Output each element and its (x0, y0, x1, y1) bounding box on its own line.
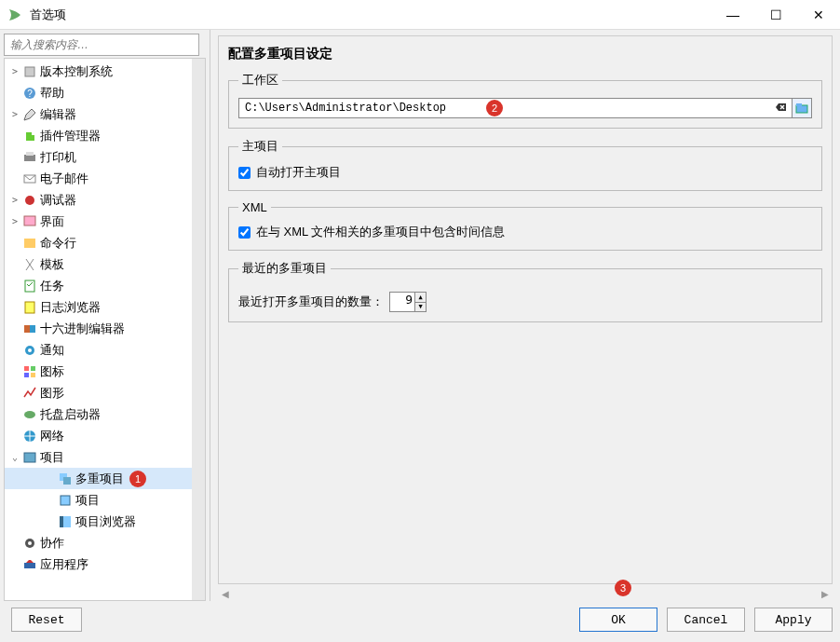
ok-button[interactable]: OK (579, 608, 657, 632)
log-icon (21, 300, 38, 315)
auto-open-main-input[interactable] (238, 167, 251, 179)
tree-item-label: 项目 (40, 449, 64, 466)
tree-item-8[interactable]: 命令行 (5, 232, 192, 253)
tree-item-11[interactable]: 日志浏览器 (5, 296, 192, 318)
annotation-badge-2: 2 (486, 100, 503, 116)
projbrowser-icon (57, 514, 74, 529)
svg-rect-23 (63, 477, 71, 485)
tree-item-1[interactable]: ?帮助 (5, 82, 192, 103)
xml-legend: XML (238, 200, 271, 214)
tree-item-3[interactable]: 插件管理器 (5, 125, 192, 146)
tree-item-21[interactable]: 项目浏览器 (5, 511, 192, 532)
workspace-path-input[interactable] (238, 98, 793, 118)
recent-count-label: 最近打开多重项目的数量： (238, 294, 384, 310)
svg-rect-30 (796, 105, 807, 113)
annotation-badge-3: 3 (615, 580, 631, 596)
project-icon (21, 450, 38, 465)
footer-bar: Reset OK Cancel Apply (0, 601, 840, 638)
tree-item-0[interactable]: >版本控制系统 (5, 61, 192, 82)
minimize-button[interactable]: — (711, 0, 754, 30)
spin-up-icon[interactable]: ▲ (414, 293, 426, 303)
graphics-icon (21, 386, 38, 401)
maximize-button[interactable]: ☐ (754, 0, 797, 30)
clear-path-icon[interactable] (773, 102, 790, 116)
apply-button[interactable]: Apply (754, 608, 833, 632)
tree-item-23[interactable]: 应用程序 (5, 553, 192, 575)
xml-time-checkbox[interactable]: 在与 XML 文件相关的多重项目中包含时间信息 (238, 224, 812, 240)
mult-icon (57, 471, 74, 486)
expand-icon[interactable]: > (8, 195, 21, 205)
tree-item-label: 项目 (75, 492, 100, 509)
svg-rect-21 (24, 453, 35, 462)
reset-button[interactable]: Reset (11, 608, 82, 632)
svg-rect-17 (24, 373, 29, 377)
left-pane: >版本控制系统?帮助>编辑器插件管理器打印机电子邮件>调试器>界面命令行模板任务… (0, 30, 210, 601)
svg-point-28 (28, 541, 32, 545)
net-icon (21, 429, 38, 444)
workspace-group: 工作区 2 (228, 72, 822, 129)
close-button[interactable]: ✕ (797, 0, 840, 30)
expand-icon[interactable]: > (8, 109, 21, 119)
tree-item-6[interactable]: >调试器 (5, 189, 192, 211)
tree-item-16[interactable]: 托盘启动器 (5, 403, 192, 425)
tree-item-20[interactable]: 项目 (5, 489, 192, 511)
svg-rect-3 (24, 155, 35, 161)
browse-button[interactable] (792, 98, 812, 118)
plugin-icon (21, 129, 38, 143)
printer-icon (21, 150, 38, 165)
tree-item-5[interactable]: 电子邮件 (5, 168, 192, 189)
tree-item-15[interactable]: 图形 (5, 382, 192, 403)
vcs-icon (21, 64, 38, 79)
tree-item-14[interactable]: 图标 (5, 361, 192, 382)
tree-item-label: 模板 (40, 256, 64, 273)
cancel-button[interactable]: Cancel (667, 608, 745, 632)
tree-item-18[interactable]: ⌄项目 (5, 446, 192, 468)
tree-item-22[interactable]: 协作 (5, 532, 192, 553)
mainproject-group: 主项目 自动打开主项目 (228, 138, 822, 191)
tree-item-9[interactable]: 模板 (5, 253, 192, 275)
hex-icon (21, 321, 38, 336)
tree-item-19[interactable]: 多重项目1 (5, 468, 192, 489)
svg-rect-31 (796, 103, 802, 106)
tree-item-label: 应用程序 (40, 556, 88, 573)
tree-item-10[interactable]: 任务 (5, 275, 192, 296)
tree-item-label: 项目浏览器 (75, 513, 136, 530)
xml-time-input[interactable] (238, 226, 251, 239)
mainproject-legend: 主项目 (238, 138, 282, 155)
hscroll-left-icon[interactable]: ◀ (218, 586, 233, 601)
recent-count-spinner[interactable]: 9 ▲ ▼ (389, 292, 427, 312)
tree-item-label: 版本控制系统 (40, 63, 113, 80)
tree-scrollbar[interactable] (192, 59, 205, 600)
expand-icon[interactable]: > (8, 66, 21, 76)
preferences-tree[interactable]: >版本控制系统?帮助>编辑器插件管理器打印机电子邮件>调试器>界面命令行模板任务… (4, 58, 206, 601)
hscroll-right-icon[interactable]: ▶ (818, 586, 833, 601)
annotation-badge-1: 1 (129, 471, 146, 487)
tree-item-label: 日志浏览器 (40, 299, 101, 316)
tree-item-17[interactable]: 网络 (5, 425, 192, 446)
expand-icon[interactable]: ⌄ (8, 452, 21, 462)
workspace-legend: 工作区 (238, 72, 282, 89)
cmd-icon (21, 236, 38, 251)
projchild-icon (57, 493, 74, 508)
content-hscroll[interactable]: ◀ 3 ▶ (218, 586, 833, 601)
collab-icon (21, 536, 38, 551)
tasks-icon (21, 279, 38, 294)
search-input[interactable] (4, 34, 199, 56)
expand-icon[interactable]: > (8, 216, 21, 226)
svg-rect-15 (24, 366, 29, 371)
svg-rect-4 (26, 152, 34, 156)
svg-point-14 (28, 348, 32, 352)
auto-open-main-checkbox[interactable]: 自动打开主项目 (238, 164, 812, 181)
svg-rect-24 (61, 496, 70, 505)
tree-item-13[interactable]: 通知 (5, 339, 192, 361)
tree-item-4[interactable]: 打印机 (5, 146, 192, 168)
tree-item-label: 图标 (40, 363, 64, 380)
tree-item-label: 托盘启动器 (40, 406, 101, 423)
tree-item-7[interactable]: >界面 (5, 211, 192, 232)
tree-item-2[interactable]: >编辑器 (5, 103, 192, 125)
auto-open-main-label: 自动打开主项目 (256, 164, 341, 181)
tree-item-label: 界面 (40, 213, 64, 230)
xml-group: XML 在与 XML 文件相关的多重项目中包含时间信息 (228, 200, 822, 251)
spin-down-icon[interactable]: ▼ (414, 303, 426, 312)
tree-item-12[interactable]: 十六进制编辑器 (5, 318, 192, 339)
